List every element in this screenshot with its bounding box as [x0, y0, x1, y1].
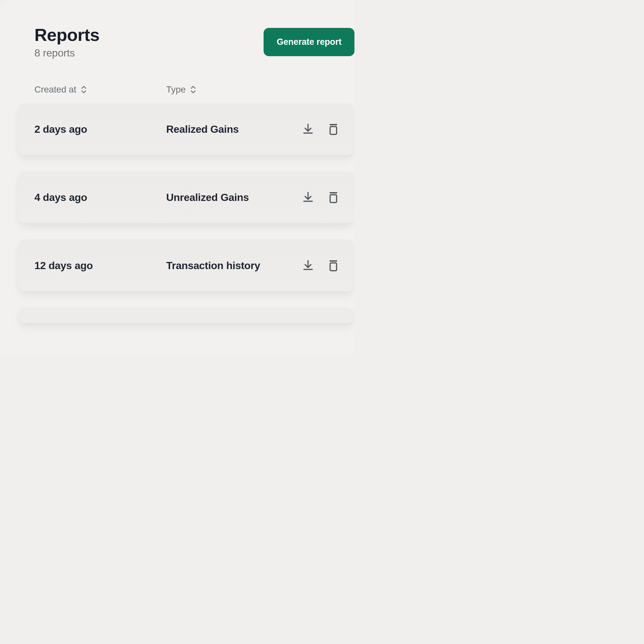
column-label: Created at [34, 84, 76, 95]
svg-rect-5 [330, 263, 337, 271]
svg-rect-0 [329, 124, 337, 125]
report-actions [302, 191, 339, 204]
report-row: 12 days ago Transaction history [18, 240, 354, 291]
report-actions [302, 259, 339, 272]
header: Reports 8 reports Generate report [34, 25, 354, 59]
download-icon [302, 259, 314, 272]
page-title: Reports [34, 25, 100, 44]
svg-rect-3 [330, 195, 337, 203]
report-type: Realized Gains [166, 123, 302, 135]
report-row [18, 308, 354, 323]
svg-rect-4 [329, 260, 337, 262]
column-headers: Created at Type [34, 84, 354, 103]
download-icon [302, 123, 314, 135]
download-button[interactable] [302, 191, 314, 204]
report-count: 8 reports [34, 47, 100, 59]
generate-report-button[interactable]: Generate report [264, 28, 354, 56]
delete-button[interactable] [328, 191, 339, 204]
trash-icon [328, 191, 339, 204]
trash-icon [328, 259, 339, 272]
report-type: Unrealized Gains [166, 192, 302, 204]
report-row: 2 days ago Realized Gains [18, 103, 354, 155]
column-header-created-at[interactable]: Created at [34, 84, 166, 95]
sort-icon [81, 86, 87, 93]
column-header-type[interactable]: Type [166, 84, 196, 95]
delete-button[interactable] [328, 259, 339, 272]
svg-rect-1 [330, 127, 337, 134]
trash-icon [328, 123, 339, 136]
column-label: Type [166, 84, 186, 95]
svg-rect-2 [329, 192, 337, 193]
report-actions [302, 123, 339, 136]
delete-button[interactable] [328, 123, 339, 136]
download-button[interactable] [302, 259, 314, 272]
report-type: Transaction history [166, 260, 302, 272]
title-block: Reports 8 reports [34, 25, 100, 59]
reports-panel: Reports 8 reports Generate report Create… [0, 0, 354, 354]
download-icon [302, 191, 314, 204]
report-created-at: 4 days ago [34, 192, 166, 204]
report-row: 4 days ago Unrealized Gains [18, 171, 354, 223]
reports-table: Created at Type 2 days [34, 84, 354, 323]
download-button[interactable] [302, 123, 314, 135]
sort-icon [190, 86, 196, 93]
report-created-at: 2 days ago [34, 123, 166, 135]
report-created-at: 12 days ago [34, 260, 166, 272]
